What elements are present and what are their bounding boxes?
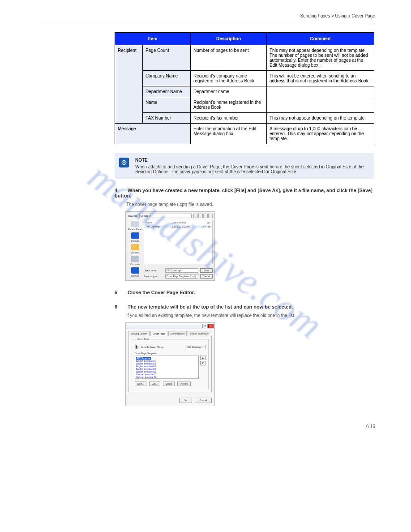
preview-button[interactable]: Preview: [177, 382, 191, 386]
help-icon[interactable]: ?: [202, 324, 208, 328]
table-cell: Number of pages to be sent: [191, 45, 267, 71]
step-num: 5: [115, 290, 126, 295]
place-icon[interactable]: [131, 256, 139, 262]
save-in-label: Save in:: [128, 215, 137, 217]
view-icon[interactable]: [208, 214, 213, 218]
tab-authentication[interactable]: Authentication: [168, 331, 187, 336]
table-cell: Recipient's name registered in the Addre…: [191, 97, 267, 113]
note-label: NOTE: [135, 158, 148, 163]
cancel-button[interactable]: Cancel: [195, 398, 212, 403]
tab-cover-page[interactable]: Cover Page: [150, 331, 167, 336]
list-item[interactable]: German template 02: [136, 376, 197, 378]
table-cell: Message: [115, 124, 191, 144]
save-button[interactable]: Save: [200, 268, 213, 273]
col-name: Name: [146, 221, 152, 224]
th-desc: Description: [191, 33, 267, 45]
table-cell: This may not appear depending on the tem…: [267, 45, 374, 71]
step-5: 5 Close the Cover Page Editor.: [115, 290, 374, 295]
new-button[interactable]: New...: [135, 382, 146, 386]
save-type-combo[interactable]: Cover Page Templates (*.cpf): [165, 274, 198, 279]
cover-page-dialog: ? × Sending OptionsCover PageAuthenticat…: [125, 322, 215, 406]
templates-label: Cover Page Templates:: [135, 352, 206, 355]
place-icon[interactable]: [131, 232, 139, 239]
th-comment: Comment: [267, 33, 374, 45]
place-icon[interactable]: [131, 221, 139, 227]
table-cell: [267, 97, 374, 113]
col-type: Type: [206, 221, 210, 224]
step-4-sub: The cover page template (.cpt) file is s…: [126, 202, 377, 207]
table-cell: Recipient's company name registered in t…: [191, 71, 267, 86]
note-text: When attaching and sending a Cover Page,…: [135, 164, 369, 174]
ok-button[interactable]: OK: [179, 398, 192, 403]
move-up-icon[interactable]: ▲: [200, 356, 206, 360]
move-down-icon[interactable]: ▼: [200, 361, 206, 365]
file-type: CPF File: [202, 225, 210, 228]
col-date: Date modified: [172, 221, 186, 224]
step-4: 4 When you have created a new template, …: [115, 188, 374, 198]
step-text: Close the Cover Page Editor.: [128, 290, 195, 295]
place-icon[interactable]: [131, 244, 139, 250]
step-num: 4: [115, 188, 126, 193]
table-cell: Department Name: [142, 86, 190, 97]
table-cell: Recipient's fax number: [191, 113, 267, 124]
object-name-label: Object name:: [144, 269, 163, 272]
step-6-sub: If you edited an existing template, the …: [126, 313, 377, 318]
table-cell: Name: [142, 97, 190, 113]
table-cell: FAX Number: [142, 113, 190, 124]
tab-sender-information[interactable]: Sender Information: [188, 331, 211, 336]
file-date: 3/26/2013 3:02 PM: [171, 225, 190, 228]
table-cell: Page Count: [142, 45, 190, 71]
step-text: The new template will be at the top of t…: [128, 304, 293, 309]
table-cell: [267, 86, 374, 97]
edit-message-button[interactable]: Edit Message...: [185, 345, 206, 349]
cancel-button[interactable]: Cancel: [200, 274, 213, 279]
place-label: Recent Places: [128, 228, 142, 231]
nav-back-icon[interactable]: [193, 214, 198, 218]
place-label: Computer: [130, 263, 140, 266]
header-divider: [36, 23, 375, 23]
edit-button[interactable]: Edit...: [149, 382, 160, 386]
save-in-combo[interactable]: CPfolder: [139, 214, 192, 218]
save-as-dialog: Save in: CPfolder Recent PlacesDesktopLi…: [125, 211, 215, 281]
note-icon: [119, 158, 129, 167]
step-num: 6: [115, 304, 126, 309]
attach-cover-label: Attach Cover Page: [141, 346, 163, 348]
object-name-input[interactable]: FAX Cover.cpf: [165, 268, 198, 273]
table-cell: Company Name: [142, 71, 190, 86]
table-cell: This may not appear depending on the tem…: [267, 113, 374, 124]
breadcrumb: Sending Faxes > Using a Cover Page: [36, 13, 375, 18]
attach-cover-radio[interactable]: [135, 345, 138, 349]
note-box: NOTE When attaching and sending a Cover …: [115, 153, 374, 179]
place-label: Network: [131, 275, 139, 277]
templates-list[interactable]: FAX TemplateEnglish template 01English t…: [135, 356, 199, 379]
page-number: 6-15: [36, 424, 375, 429]
step-text: When you have created a new template, cl…: [115, 188, 372, 198]
save-type-label: Save as type:: [144, 275, 163, 278]
place-label: Libraries: [131, 251, 139, 254]
table-cell: A message of up to 1,000 characters can …: [267, 124, 374, 144]
file-name[interactable]: FAX Cover.cpf: [146, 225, 160, 228]
tab-sending-options[interactable]: Sending Options: [128, 331, 150, 336]
recipient-table: Item Description Comment RecipientPage C…: [115, 32, 374, 144]
step-6: 6 The new template will be at the top of…: [115, 304, 374, 309]
place-icon[interactable]: [131, 267, 139, 274]
place-label: Desktop: [131, 240, 139, 242]
table-cell: Enter the information at the Edit Messag…: [191, 124, 267, 144]
th-item: Item: [115, 33, 191, 45]
group-title: Cover Page: [137, 338, 150, 340]
table-cell: Recipient: [115, 45, 143, 124]
table-cell: Department name: [191, 86, 267, 97]
new-folder-icon[interactable]: [203, 214, 208, 218]
nav-up-icon[interactable]: [198, 214, 203, 218]
close-icon[interactable]: ×: [208, 324, 214, 328]
delete-button[interactable]: Delete: [163, 382, 175, 386]
table-cell: This will not be entered when sending to…: [267, 71, 374, 86]
